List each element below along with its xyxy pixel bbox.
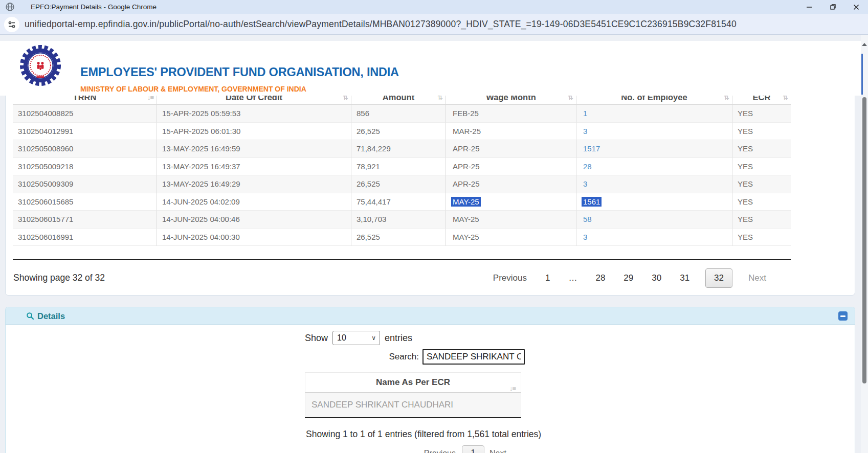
employee-count-link[interactable]: 28 bbox=[582, 162, 593, 171]
trrn-cell: 3102504008825 bbox=[13, 105, 157, 123]
window-title: EPFO:Payment Details - Google Chrome bbox=[31, 0, 157, 14]
entries-summary: Showing 1 to 1 of 1 entries (filtered fr… bbox=[306, 429, 541, 440]
ecr-cell: YES bbox=[732, 175, 791, 193]
ecr-cell: YES bbox=[732, 105, 791, 123]
payments-panel: TRRN↓≡ Date Of Credit⇅ Amount⇅ Wage Mont… bbox=[5, 81, 855, 296]
window-titlebar[interactable]: EPFO:Payment Details - Google Chrome bbox=[0, 0, 868, 14]
employee-count-link[interactable]: 1517 bbox=[582, 144, 602, 153]
trrn-cell: 3102506015771 bbox=[13, 211, 157, 229]
pagination: Previous1…2829303132Next bbox=[491, 260, 769, 296]
details-previous-button[interactable]: Previous bbox=[359, 449, 456, 453]
amount-cell: 71,84,229 bbox=[351, 140, 446, 158]
details-title: Details bbox=[37, 307, 65, 325]
employee-count-link[interactable]: 3 bbox=[582, 179, 589, 189]
employee-count-cell: 3 bbox=[576, 229, 732, 246]
wage-month-cell: APR-25 bbox=[446, 175, 576, 193]
employee-count-link[interactable]: 1561 bbox=[582, 197, 602, 207]
ecr-cell: YES bbox=[732, 123, 791, 141]
payments-table: TRRN↓≡ Date Of Credit⇅ Amount⇅ Wage Mont… bbox=[13, 81, 791, 260]
restore-button[interactable] bbox=[821, 0, 844, 14]
employee-count-cell: 28 bbox=[576, 158, 732, 176]
site-settings-button[interactable] bbox=[4, 17, 19, 32]
ecr-cell: YES bbox=[732, 140, 791, 158]
pagination-item[interactable]: Next bbox=[746, 273, 769, 283]
date-of-credit-cell: 14-JUN-2025 04:02:09 bbox=[157, 193, 351, 211]
amount-cell: 3,10,703 bbox=[351, 211, 446, 229]
pagination-item[interactable]: 31 bbox=[677, 273, 692, 283]
search-control: Search: bbox=[305, 349, 525, 365]
pagination-item[interactable]: 30 bbox=[649, 273, 664, 283]
site-masthead: EMPLOYEES' PROVIDENT FUND ORGANISATION, … bbox=[0, 41, 861, 96]
wage-month-cell: MAY-25 bbox=[446, 211, 576, 229]
date-of-credit-cell: 14-JUN-2025 04:00:46 bbox=[157, 211, 351, 229]
payment-row: 3102506015771 14-JUN-2025 04:00:46 3,10,… bbox=[13, 211, 791, 229]
pagination-item[interactable]: 28 bbox=[593, 273, 608, 283]
pagination-item[interactable]: Previous bbox=[491, 273, 529, 283]
page-info: Showing page 32 of 32 bbox=[13, 273, 105, 283]
ecr-name-row: SANDEEP SHRIKANT CHAUDHARI bbox=[305, 393, 521, 417]
pagination-item[interactable]: 29 bbox=[621, 273, 636, 283]
page-size-control: Show 10 ∨ entries bbox=[305, 331, 412, 345]
pagination-item[interactable]: … bbox=[566, 273, 580, 283]
trrn-cell: 3102505009309 bbox=[13, 175, 157, 193]
date-of-credit-cell: 13-MAY-2025 16:49:29 bbox=[157, 175, 351, 193]
ecr-cell: YES bbox=[732, 229, 791, 246]
page-size-value: 10 bbox=[337, 333, 346, 342]
url-text[interactable]: unifiedportal-emp.epfindia.gov.in/public… bbox=[25, 14, 737, 35]
close-button[interactable] bbox=[844, 0, 868, 14]
pagination-item[interactable]: 32 bbox=[705, 268, 732, 288]
epfo-logo bbox=[19, 44, 61, 86]
scrollbar-thumb[interactable] bbox=[862, 97, 866, 383]
date-of-credit-cell: 14-JUN-2025 04:00:30 bbox=[157, 229, 351, 246]
payment-row: 3102505009218 13-MAY-2025 16:49:37 78,92… bbox=[13, 158, 791, 176]
trrn-cell: 3102506016991 bbox=[13, 229, 157, 246]
employee-count-link[interactable]: 1 bbox=[582, 108, 589, 118]
trrn-cell: 3102506015685 bbox=[13, 193, 157, 211]
payment-row: 3102505009309 13-MAY-2025 16:49:29 26,52… bbox=[13, 175, 791, 193]
payment-row: 3102505008960 13-MAY-2025 16:49:59 71,84… bbox=[13, 140, 791, 158]
browser-url-bar[interactable]: unifiedportal-emp.epfindia.gov.in/public… bbox=[0, 14, 868, 35]
vertical-scrollbar[interactable] bbox=[861, 35, 868, 453]
close-icon bbox=[853, 4, 859, 10]
trrn-cell: 3102504012991 bbox=[13, 123, 157, 141]
payment-row: 3102506015685 14-JUN-2025 04:02:09 75,44… bbox=[13, 193, 791, 211]
details-panel-header: Details bbox=[6, 307, 855, 325]
employee-count-cell: 1517 bbox=[576, 140, 732, 158]
employee-count-link[interactable]: 58 bbox=[582, 214, 593, 224]
scrollbar-up-arrow-icon[interactable] bbox=[862, 43, 867, 46]
details-page-button[interactable]: 1 bbox=[462, 445, 484, 453]
search-input[interactable] bbox=[422, 349, 525, 365]
show-label: Show bbox=[305, 333, 328, 344]
page-size-select[interactable]: 10 ∨ bbox=[332, 331, 380, 345]
payment-row: 3102506016991 14-JUN-2025 04:00:30 26,52… bbox=[13, 229, 791, 246]
details-next-button[interactable]: Next bbox=[489, 449, 525, 453]
browser-window: EPFO:Payment Details - Google Chrome uni… bbox=[0, 0, 868, 453]
ecr-column-header[interactable]: Name As Per ECR ↓≡ bbox=[305, 372, 521, 393]
date-of-credit-cell: 13-MAY-2025 16:49:37 bbox=[157, 158, 351, 176]
ecr-cell: YES bbox=[732, 193, 791, 211]
amount-cell: 26,525 bbox=[351, 229, 446, 246]
payment-row: 3102504008825 15-APR-2025 05:59:53 856 F… bbox=[13, 105, 791, 123]
page-content: TRRN↓≡ Date Of Credit⇅ Amount⇅ Wage Mont… bbox=[0, 35, 868, 453]
search-label: Search: bbox=[389, 352, 419, 362]
wage-month-cell: MAY-25 bbox=[446, 193, 576, 211]
employee-count-link[interactable]: 3 bbox=[582, 126, 589, 136]
employee-count-cell: 3 bbox=[576, 123, 732, 141]
scrollbar-position-marker bbox=[861, 54, 863, 95]
wage-month-cell: FEB-25 bbox=[446, 105, 576, 123]
payments-footer: Showing page 32 of 32 Previous1…28293031… bbox=[6, 260, 855, 296]
employee-count-link[interactable]: 3 bbox=[582, 232, 589, 242]
amount-cell: 75,44,417 bbox=[351, 193, 446, 211]
employee-count-cell: 1561 bbox=[576, 193, 732, 211]
amount-cell: 856 bbox=[351, 105, 446, 123]
amount-cell: 26,525 bbox=[351, 175, 446, 193]
date-of-credit-cell: 13-MAY-2025 16:49:59 bbox=[157, 140, 351, 158]
minimize-button[interactable] bbox=[797, 0, 821, 14]
pagination-item[interactable]: 1 bbox=[543, 273, 552, 283]
wage-month-cell: APR-25 bbox=[446, 140, 576, 158]
wage-month-cell: MAR-25 bbox=[446, 123, 576, 141]
ecr-cell: YES bbox=[732, 158, 791, 176]
sort-icon: ↓≡ bbox=[509, 379, 516, 398]
collapse-panel-button[interactable] bbox=[838, 311, 848, 321]
date-of-credit-cell: 15-APR-2025 06:01:30 bbox=[157, 123, 351, 141]
